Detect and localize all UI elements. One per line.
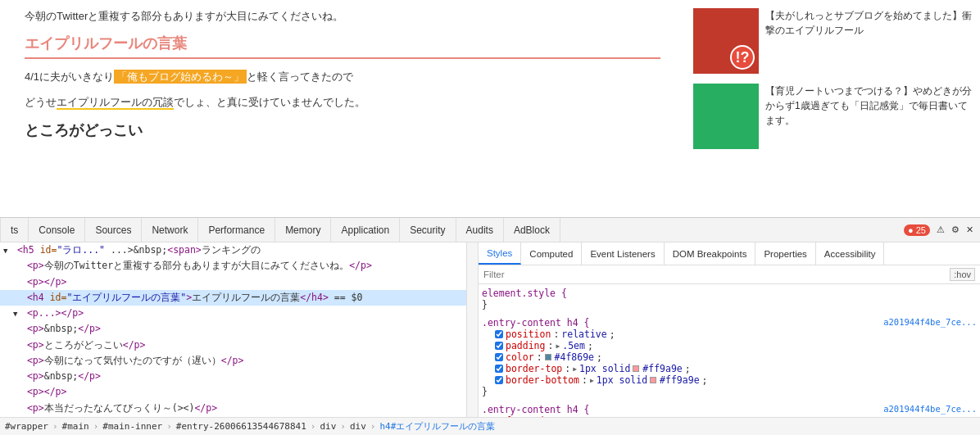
css-prop-border-bottom: border-bottom: 1px solid #ff9a9e; <box>482 374 977 386</box>
css-source-link[interactable]: a201944f4be_7ce... <box>883 317 977 327</box>
tab-console[interactable]: Console <box>29 218 85 242</box>
tab-adblock[interactable]: AdBlock <box>504 218 560 242</box>
css-block-entry-content-h4-2: a201944f4be_7ce... .entry-content h4 { f… <box>482 404 977 417</box>
settings-icon[interactable]: ⚙ <box>951 224 960 235</box>
html-line: <p>&nbsp;</p> <box>0 321 466 337</box>
tab-sources[interactable]: Sources <box>85 218 142 242</box>
css-checkbox[interactable] <box>495 365 503 373</box>
css-selector-line: element.style { <box>482 288 977 299</box>
breadcrumb-h4[interactable]: h4#エイプリルフールの言葉 <box>379 420 495 433</box>
main-content: 今朝のTwitterと重複する部分もありますが大目にみてくださいね。 エイプリル… <box>0 0 685 217</box>
css-selector-line: a201944f4be_7ce... .entry-content h4 { <box>482 404 977 415</box>
expand-value-icon[interactable] <box>573 365 577 373</box>
html-line: <h5 id="ラロ..." ...>&nbsp;<span>ランキングの <box>0 242 466 258</box>
tab-memory[interactable]: Memory <box>275 218 331 242</box>
article-title: エイプリルフールの言葉 <box>25 34 660 59</box>
devtools-breadcrumb: #wrapper › #main › #main-inner › #entry-… <box>0 417 980 435</box>
error-badge: ● 25 <box>904 224 930 236</box>
css-checkbox[interactable] <box>495 376 503 384</box>
devtools-tabs: ts Console Sources Network Performance M… <box>0 218 980 242</box>
para2-post: でしょ、と真に受けていませんでした。 <box>174 96 365 108</box>
styles-tab-computed[interactable]: Computed <box>521 242 582 265</box>
sidebar-thumbnail-2 <box>693 84 759 149</box>
html-line: <p></p> <box>0 274 466 290</box>
css-checkbox[interactable] <box>495 330 503 338</box>
html-line: <p...></p> <box>0 306 466 321</box>
breadcrumb-div2[interactable]: div <box>350 421 366 432</box>
tab-ts[interactable]: ts <box>0 218 29 242</box>
html-line: <p></p> <box>0 384 466 400</box>
warn-icon: ⚠ <box>937 224 945 235</box>
paragraph-1: 4/1に夫がいきなり「俺もブログ始めるわ～」と軽く言ってきたので <box>25 69 660 86</box>
html-line: <p>&nbsp;</p> <box>0 369 466 384</box>
filter-input[interactable] <box>483 270 950 279</box>
close-devtools-icon[interactable]: ✕ <box>966 224 973 235</box>
sidebar-item-1: !? 【夫がしれっとサブブログを始めてました】衝撃のエイプリルフール <box>693 8 972 74</box>
expand-icon[interactable] <box>3 246 11 257</box>
css-block-element-style: element.style { } <box>482 288 977 310</box>
tab-audits[interactable]: Audits <box>456 218 504 242</box>
exclaim-icon: !? <box>730 45 755 70</box>
breadcrumb-main[interactable]: #main <box>62 421 89 432</box>
tab-network[interactable]: Network <box>142 218 198 242</box>
color-swatch[interactable] <box>633 365 639 372</box>
styles-tab-dom-breakpoints[interactable]: DOM Breakpoints <box>665 242 756 265</box>
intro-text: 今朝のTwitterと重複する部分もありますが大目にみてくださいね。 <box>25 8 660 25</box>
sidebar: !? 【夫がしれっとサブブログを始めてました】衝撃のエイプリルフール 【育児ノー… <box>685 0 980 217</box>
tab-application[interactable]: Application <box>331 218 400 242</box>
styles-tab-event-listeners[interactable]: Event Listeners <box>582 242 664 265</box>
styles-panel: Styles Computed Event Listeners DOM Brea… <box>479 242 980 417</box>
devtools-status-area: ● 25 ⚠ ⚙ ✕ <box>897 218 980 242</box>
para2-pre: どうせ <box>25 96 57 108</box>
html-line: <p>本当だったなんてびっくり～(><)</p> <box>0 401 466 416</box>
css-selector-line: a201944f4be_7ce... .entry-content h4 { <box>482 317 977 329</box>
breadcrumb-div1[interactable]: div <box>320 421 336 432</box>
css-checkbox[interactable] <box>495 353 503 361</box>
devtools-body: <h5 id="ラロ..." ...>&nbsp;<span>ランキングの <p… <box>0 242 980 417</box>
para1-post: と軽く言ってきたので <box>247 70 353 83</box>
color-swatch[interactable] <box>545 354 551 360</box>
devtools-panel: ts Console Sources Network Performance M… <box>0 217 980 435</box>
html-line-selected[interactable]: <h4 id="エイプリルフールの言葉">エイプリルフールの言葉</h4> ==… <box>0 290 466 306</box>
styles-sub-tabs: Styles Computed Event Listeners DOM Brea… <box>479 242 980 265</box>
page-content: 今朝のTwitterと重複する部分もありますが大目にみてくださいね。 エイプリル… <box>0 0 980 217</box>
breadcrumb-entry[interactable]: #entry-26006613544678841 <box>176 421 306 432</box>
para2-highlight: エイプリルフールの冗談 <box>57 96 174 110</box>
styles-body[interactable]: element.style { } a201944f4be_7ce... .en… <box>479 284 980 417</box>
color-swatch[interactable] <box>650 377 656 383</box>
styles-tab-styles[interactable]: Styles <box>479 242 521 265</box>
expand-value-icon[interactable] <box>556 342 560 350</box>
styles-tab-accessibility[interactable]: Accessibility <box>816 242 885 265</box>
sidebar-thumbnail-1: !? <box>693 8 759 74</box>
expand-icon[interactable] <box>13 309 21 320</box>
expand-value-icon[interactable] <box>590 377 594 384</box>
tab-performance[interactable]: Performance <box>198 218 275 242</box>
css-checkbox[interactable] <box>495 342 503 350</box>
styles-tab-properties[interactable]: Properties <box>755 242 815 265</box>
html-panel[interactable]: <h5 id="ラロ..." ...>&nbsp;<span>ランキングの <p… <box>0 242 467 417</box>
html-line: <p>ところがどっこい</p> <box>0 338 466 353</box>
css-block-entry-content-h4-1: a201944f4be_7ce... .entry-content h4 { p… <box>482 317 977 397</box>
para1-highlight: 「俺もブログ始めるわ～」 <box>114 70 247 84</box>
breadcrumb-wrapper[interactable]: #wrapper <box>5 421 48 432</box>
html-line: <p>今朝になって気付いたのですが（遅い）</p> <box>0 353 466 369</box>
section-title: ところがどっこい <box>25 119 660 143</box>
sidebar-text-2: 【育児ノートいつまでつける？】やめどきが分からず1歳過ぎても「日記感覚」で毎日書… <box>759 84 972 149</box>
scroll-divider <box>467 242 479 417</box>
paragraph-2: どうせエイプリルフールの冗談でしょ、と真に受けていませんでした。 <box>25 94 660 111</box>
hov-button[interactable]: :hov <box>950 268 975 281</box>
css-prop-border-top: border-top: 1px solid #ff9a9e; <box>482 363 977 374</box>
css-close-brace: } <box>482 299 977 310</box>
styles-filter-bar: :hov <box>479 265 980 284</box>
tab-security[interactable]: Security <box>400 218 456 242</box>
para1-pre: 4/1に夫がいきなり <box>25 70 114 83</box>
css-prop-color: color: #4f869e; <box>482 351 977 363</box>
sidebar-text-1: 【夫がしれっとサブブログを始めてました】衝撃のエイプリルフール <box>759 8 972 74</box>
html-line: <p>今朝のTwitterと重複する部分もありますが大目にみてくださいね。</p… <box>0 258 466 274</box>
css-close-brace: } <box>482 386 977 397</box>
breadcrumb-main-inner[interactable]: #main-inner <box>102 421 162 432</box>
css-prop-padding: padding: .5em; <box>482 340 977 351</box>
sidebar-item-2: 【育児ノートいつまでつける？】やめどきが分からず1歳過ぎても「日記感覚」で毎日書… <box>693 84 972 149</box>
css-prop-position: position: relative; <box>482 329 977 340</box>
css-source-link-2[interactable]: a201944f4be_7ce... <box>883 404 977 414</box>
